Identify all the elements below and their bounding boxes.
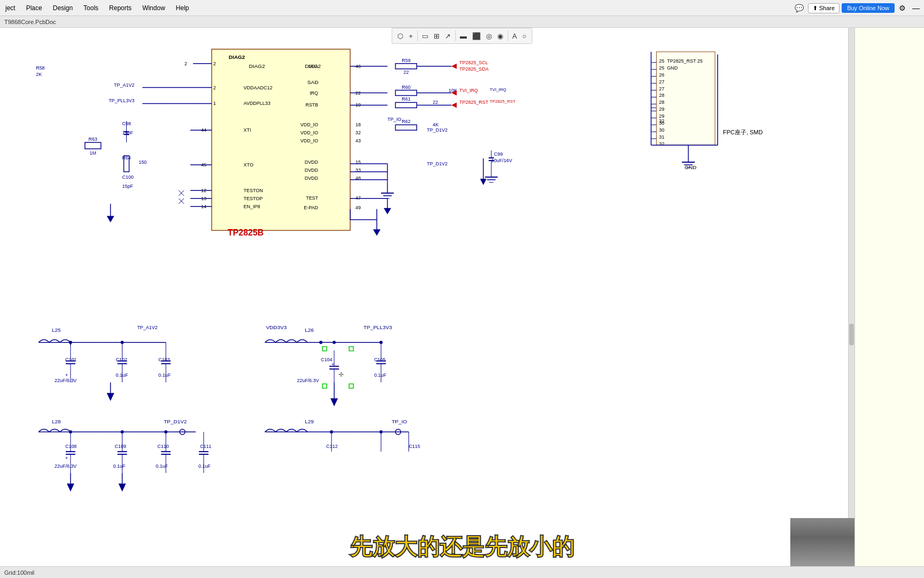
svg-text:TVI_IRQ: TVI_IRQ: [490, 87, 506, 92]
svg-text:C112: C112: [326, 444, 337, 449]
svg-text:TP_D1V2: TP_D1V2: [427, 127, 448, 133]
svg-text:4K: 4K: [433, 122, 438, 127]
filter-tool[interactable]: ⬡: [395, 31, 405, 41]
arc-tool[interactable]: ○: [520, 31, 529, 41]
svg-text:SDA: SDA: [309, 64, 318, 69]
svg-text:FPC座子, SMD: FPC座子, SMD: [723, 129, 763, 135]
svg-text:31: 31: [659, 134, 665, 140]
svg-text:47: 47: [356, 195, 361, 201]
svg-text:27: 27: [659, 86, 665, 92]
svg-text:TP2825_RST: TP2825_RST: [459, 100, 489, 105]
svg-text:DVDD: DVDD: [305, 176, 319, 181]
svg-text:TP_IO: TP_IO: [392, 419, 407, 424]
svg-text:1M: 1M: [90, 150, 96, 156]
scrollbar-thumb[interactable]: [849, 324, 854, 345]
svg-text:25: 25: [659, 65, 665, 71]
svg-text:43: 43: [356, 138, 361, 143]
svg-point-183: [69, 341, 72, 344]
svg-text:2: 2: [213, 85, 216, 90]
svg-text:DIAG2: DIAG2: [249, 63, 265, 69]
chat-icon[interactable]: 💬: [792, 3, 806, 13]
svg-text:✛: ✛: [338, 371, 344, 378]
toolbar-sep-1: [417, 31, 418, 41]
svg-text:VDD_IO: VDD_IO: [301, 138, 318, 143]
svg-text:0.1uF: 0.1uF: [113, 463, 126, 469]
minimize-icon[interactable]: —: [910, 3, 922, 13]
svg-text:TP_PLL3V3: TP_PLL3V3: [109, 98, 134, 103]
svg-text:C104: C104: [321, 357, 332, 362]
svg-text:TP2825_SCL: TP2825_SCL: [459, 60, 488, 65]
svg-text:L28: L28: [52, 419, 61, 424]
select-tool[interactable]: ▭: [420, 31, 430, 41]
svg-text:C110: C110: [157, 444, 168, 449]
menu-reports[interactable]: Reports: [104, 2, 137, 14]
svg-text:R62: R62: [402, 119, 410, 124]
svg-text:EN_IP8: EN_IP8: [244, 204, 260, 209]
svg-text:32: 32: [356, 130, 361, 135]
file-bar: T9868Core.PcbDoc: [0, 16, 924, 28]
video-preview: [790, 518, 854, 566]
svg-text:DIAG2: DIAG2: [229, 54, 245, 60]
svg-text:TP_PLL3V3: TP_PLL3V3: [364, 324, 392, 330]
svg-text:22uF/6.3V: 22uF/6.3V: [297, 378, 319, 383]
svg-text:22: 22: [433, 100, 438, 105]
svg-text:R60: R60: [402, 85, 410, 90]
settings-icon[interactable]: ⚙: [897, 3, 908, 13]
svg-text:TP2825B: TP2825B: [228, 228, 264, 237]
svg-text:DVDD: DVDD: [305, 159, 319, 165]
via-tool[interactable]: ◎: [484, 31, 494, 41]
share-button[interactable]: ⬆ Share: [808, 3, 840, 13]
split-tool[interactable]: ⊞: [432, 31, 442, 41]
svg-text:VDD3V3: VDD3V3: [266, 324, 287, 330]
schematic-view: TP2825B DIAG2 SAD DIAG2 VDDAADC12 AVDDPL…: [0, 28, 924, 566]
svg-text:29: 29: [659, 107, 665, 112]
share-icon: ⬆: [813, 5, 818, 12]
svg-text:49: 49: [356, 205, 361, 210]
highlight-tool[interactable]: ◉: [495, 31, 505, 41]
route-tool[interactable]: ↗: [443, 31, 453, 41]
svg-text:TP2825_RST: TP2825_RST: [490, 99, 515, 104]
svg-text:TESTON: TESTON: [244, 188, 263, 193]
menu-design[interactable]: Design: [48, 2, 78, 14]
svg-point-184: [121, 341, 124, 344]
svg-point-189: [380, 341, 383, 344]
menu-place[interactable]: Place: [21, 2, 48, 14]
svg-text:TP2825_RST 25: TP2825_RST 25: [667, 58, 703, 64]
svg-text:VDDAADC12: VDDAADC12: [244, 85, 273, 90]
svg-text:+: +: [65, 372, 68, 378]
svg-text:30: 30: [659, 127, 665, 133]
svg-text:32: 32: [659, 118, 665, 124]
titlebar: ject Place Design Tools Reports Window H…: [0, 0, 924, 16]
text-tool[interactable]: A: [510, 31, 519, 41]
svg-text:10uF/16V: 10uF/16V: [491, 158, 512, 163]
svg-point-188: [319, 341, 322, 344]
svg-text:TP_IO: TP_IO: [388, 117, 402, 122]
filename-label: T9868Core.PcbDoc: [4, 19, 56, 25]
svg-text:22: 22: [403, 70, 409, 75]
scrollbar-vertical[interactable]: [848, 28, 854, 566]
place-tool[interactable]: ⬛: [470, 31, 483, 41]
svg-rect-240: [657, 52, 715, 145]
svg-text:L26: L26: [305, 327, 314, 333]
menu-window[interactable]: Window: [137, 2, 171, 14]
comp-tool[interactable]: ▬: [458, 31, 469, 41]
svg-text:R58: R58: [36, 65, 44, 71]
svg-text:0.1uF: 0.1uF: [374, 372, 387, 378]
svg-text:DVDD: DVDD: [305, 168, 319, 173]
svg-text:0.1uF: 0.1uF: [158, 372, 171, 378]
svg-text:+: +: [65, 455, 68, 461]
menu-help[interactable]: Help: [171, 2, 195, 14]
svg-text:C111: C111: [200, 444, 211, 449]
menu-tools[interactable]: Tools: [78, 2, 104, 14]
toolbar-sep-3: [507, 31, 508, 41]
svg-text:L25: L25: [52, 327, 61, 333]
svg-text:TEST: TEST: [306, 195, 318, 201]
buy-button[interactable]: Buy Online Now: [842, 3, 895, 13]
add-tool[interactable]: +: [406, 31, 415, 41]
menu-ject[interactable]: ject: [0, 2, 21, 14]
svg-text:L29: L29: [305, 419, 314, 424]
svg-text:C115: C115: [409, 444, 420, 449]
svg-text:28: 28: [659, 100, 665, 105]
svg-text:TP_A1V2: TP_A1V2: [137, 325, 157, 330]
schematic-canvas[interactable]: TP2825B DIAG2 SAD DIAG2 VDDAADC12 AVDDPL…: [0, 28, 924, 566]
